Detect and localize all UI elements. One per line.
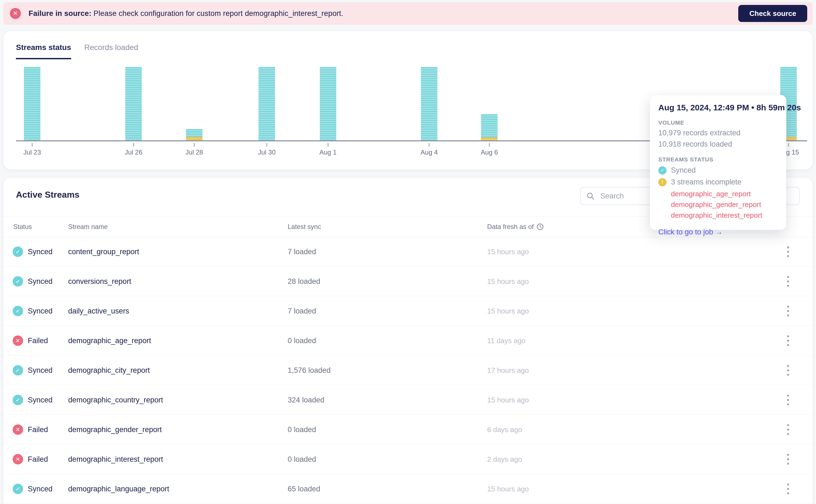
table-row[interactable]: ✓Synceddemographic_language_report65 loa…: [4, 474, 812, 504]
stream-status-label: Failed: [28, 425, 48, 434]
row-menu-kebab-icon[interactable]: [786, 304, 791, 318]
table-row[interactable]: ✓Synceddemographic_city_report1,576 load…: [4, 355, 812, 385]
column-header-status: Status: [13, 223, 32, 231]
row-menu-kebab-icon[interactable]: [786, 422, 791, 436]
synced-check-icon: ✓: [13, 365, 23, 376]
tooltip-incomplete-label: 3 streams incomplete: [671, 178, 742, 186]
row-menu-kebab-icon[interactable]: [786, 393, 791, 407]
x-axis-tick: [266, 143, 267, 147]
bar-synced-segment: [24, 67, 40, 141]
stream-name: demographic_country_report: [68, 396, 163, 404]
stream-status-label: Failed: [28, 455, 48, 463]
stream-status-label: Synced: [28, 247, 52, 256]
stream-status-label: Failed: [28, 336, 48, 345]
tooltip-records-extracted: 10,979 records extracted: [658, 129, 778, 137]
table-row[interactable]: ✓Synceddaily_active_users7 loaded15 hour…: [4, 296, 812, 326]
stream-status-label: Synced: [28, 485, 52, 493]
data-fresh-value: 11 days ago: [487, 336, 525, 345]
data-fresh-value: 2 days ago: [487, 455, 522, 463]
synced-check-icon: ✓: [13, 247, 23, 257]
check-source-button[interactable]: Check source: [738, 5, 807, 22]
x-axis-label: Aug 4: [421, 149, 438, 156]
stream-name: demographic_age_report: [68, 336, 151, 345]
chart-bar-jul-28[interactable]: [186, 129, 202, 141]
failed-stream-link[interactable]: demographic_gender_report: [671, 200, 778, 209]
tooltip-streams-status-label: STREAMS STATUS: [658, 156, 778, 163]
sync-tooltip: Aug 15, 2024, 12:49 PM • 8h 59m 20s VOLU…: [650, 95, 786, 230]
stream-status-label: Synced: [28, 366, 52, 374]
row-menu-kebab-icon[interactable]: [786, 245, 791, 259]
tooltip-records-loaded: 10,918 records loaded: [658, 140, 778, 149]
table-row[interactable]: ✕Faileddemographic_interest_report0 load…: [4, 444, 812, 474]
latest-sync-value: 1,576 loaded: [288, 366, 331, 374]
chart-bar-aug-4[interactable]: [421, 67, 437, 141]
synced-check-icon: ✓: [13, 484, 23, 494]
column-header-data-fresh-label: Data fresh as of: [487, 223, 533, 231]
stream-name: demographic_gender_report: [68, 425, 162, 434]
alert-message-rest: Please check configuration for custom re…: [91, 9, 343, 18]
latest-sync-value: 7 loaded: [288, 307, 316, 315]
latest-sync-value: 324 loaded: [288, 396, 325, 404]
failed-x-icon: ✕: [13, 424, 23, 435]
tab-records-loaded[interactable]: Records loaded: [84, 43, 138, 59]
bar-synced-segment: [125, 67, 142, 141]
row-menu-kebab-icon[interactable]: [786, 452, 791, 466]
latest-sync-value: 0 loaded: [288, 455, 316, 463]
column-header-data-fresh: Data fresh as of: [487, 223, 544, 231]
bar-synced-segment: [421, 67, 437, 141]
table-row[interactable]: ✓Synceddemographic_country_report324 loa…: [4, 385, 812, 415]
go-to-job-link[interactable]: Click to go to job →: [658, 228, 778, 236]
tooltip-failed-streams: demographic_age_reportdemographic_gender…: [671, 190, 778, 220]
latest-sync-value: 0 loaded: [288, 336, 316, 345]
table-row[interactable]: ✕Faileddemographic_gender_report0 loaded…: [4, 415, 812, 444]
x-axis-tick: [788, 143, 789, 147]
chart-bar-jul-23[interactable]: [24, 67, 40, 141]
alert-message-bold: Failure in source:: [29, 9, 91, 18]
latest-sync-value: 7 loaded: [288, 247, 316, 256]
synced-check-icon: ✓: [13, 306, 23, 316]
stream-rows: ✓Syncedcontent_group_report7 loaded15 ho…: [4, 237, 812, 504]
chart-tabs: Streams status Records loaded: [16, 43, 138, 59]
search-icon: [586, 192, 595, 200]
column-header-latest-sync: Latest sync: [288, 223, 321, 231]
table-row[interactable]: ✓Syncedconversions_report28 loaded15 hou…: [4, 267, 812, 296]
alert-message: Failure in source: Please check configur…: [29, 9, 343, 18]
failed-stream-link[interactable]: demographic_interest_report: [671, 211, 778, 220]
stream-name: daily_active_users: [68, 307, 129, 315]
x-axis-label: Jul 30: [258, 149, 276, 156]
row-menu-kebab-icon[interactable]: [786, 274, 791, 288]
data-fresh-value: 15 hours ago: [487, 396, 529, 404]
chart-bar-aug-1[interactable]: [320, 67, 336, 141]
tab-streams-status[interactable]: Streams status: [16, 43, 71, 59]
table-row[interactable]: ✕Faileddemographic_age_report0 loaded11 …: [4, 326, 812, 355]
chart-bar-jul-26[interactable]: [125, 67, 142, 141]
x-axis-label: Jul 26: [125, 149, 142, 156]
stream-status-label: Synced: [28, 307, 52, 315]
data-fresh-value: 15 hours ago: [487, 307, 529, 315]
row-menu-kebab-icon[interactable]: [786, 334, 791, 348]
active-streams-heading: Active Streams: [16, 190, 79, 200]
data-fresh-value: 17 hours ago: [487, 366, 529, 374]
stream-name: conversions_report: [68, 277, 131, 285]
data-fresh-value: 15 hours ago: [487, 277, 529, 285]
stream-name: demographic_interest_report: [68, 455, 163, 463]
chart-bar-aug-6[interactable]: [481, 114, 497, 141]
x-axis-tick: [489, 143, 490, 147]
stream-name: content_group_report: [68, 247, 139, 256]
x-axis-tick: [194, 143, 194, 147]
failed-stream-link[interactable]: demographic_age_report: [671, 190, 778, 198]
stream-name: demographic_city_report: [68, 366, 150, 374]
row-menu-kebab-icon[interactable]: [786, 482, 791, 496]
column-header-stream-name: Stream name: [68, 223, 108, 231]
clock-icon: [536, 223, 544, 231]
row-menu-kebab-icon[interactable]: [786, 363, 791, 377]
chart-bar-jul-30[interactable]: [259, 67, 275, 141]
tooltip-volume-label: VOLUME: [658, 119, 778, 126]
table-row[interactable]: ✓Syncedcontent_group_report7 loaded15 ho…: [4, 237, 812, 267]
failed-x-icon: ✕: [13, 335, 23, 346]
synced-check-icon: ✓: [658, 166, 667, 175]
error-circle-icon: ✕: [10, 8, 21, 19]
failed-x-icon: ✕: [13, 454, 23, 464]
x-axis-tick: [133, 143, 134, 147]
bar-synced-segment: [320, 67, 336, 141]
